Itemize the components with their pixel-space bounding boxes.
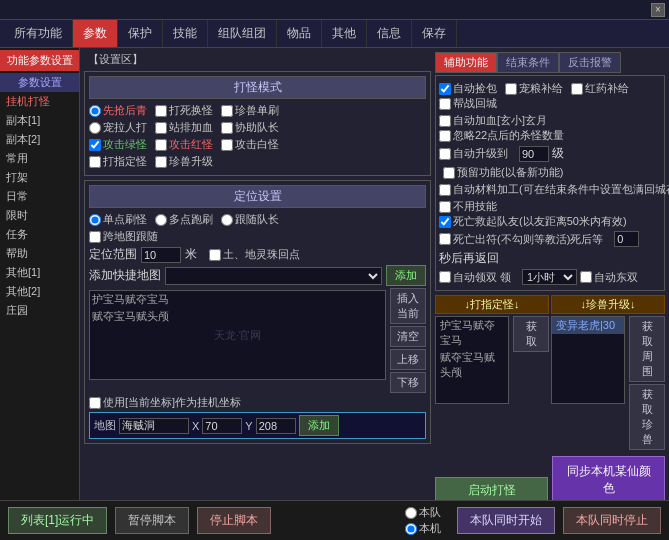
- range-input[interactable]: [141, 247, 181, 263]
- cb-kill-switch[interactable]: 打死换怪: [155, 103, 213, 118]
- fight-target-item-2[interactable]: 赋夺宝马赋头颅: [436, 349, 508, 381]
- team-stop-button[interactable]: 本队同时停止: [563, 507, 661, 534]
- tab-assist[interactable]: 辅助功能: [435, 52, 497, 73]
- cb-auto-double[interactable]: 自动领双 领: [439, 270, 511, 285]
- cb-use-current-coords[interactable]: 使用[当前坐标]作为挂机坐标: [89, 395, 241, 410]
- sync-button[interactable]: 同步本机某仙颜色: [552, 456, 665, 500]
- cb-auto-craft[interactable]: 自动材料加工(可在结束条件中设置包满回城存仓): [439, 182, 669, 197]
- double-time-select[interactable]: 1小时 2小时: [522, 269, 577, 285]
- sidebar-section-params[interactable]: 参数设置: [0, 73, 79, 92]
- sidebar-item-daily[interactable]: 日常: [0, 187, 79, 206]
- death-wait-input[interactable]: [614, 231, 639, 247]
- map-coords-row: 地图 X Y 添加: [89, 412, 426, 439]
- nav-tab-info[interactable]: 信息: [367, 20, 412, 47]
- nav-tab-items[interactable]: 物品: [277, 20, 322, 47]
- right-panel: 辅助功能 结束条件 反击报警 自动捡包 宠粮补给: [435, 52, 665, 496]
- nav-bar: 所有功能 参数 保护 技能 组队组团 物品 其他 信息 保存: [0, 20, 669, 48]
- rare-beast-section: ↓珍兽升级↓ 变异老虎|30 获取周围 获取珍兽: [551, 293, 665, 450]
- sidebar-item-other2[interactable]: 其他[2]: [0, 282, 79, 301]
- radio-own-team[interactable]: 本队: [405, 505, 441, 520]
- nav-tab-skill[interactable]: 技能: [163, 20, 208, 47]
- sidebar-item-fight[interactable]: 挂机打怪: [0, 92, 79, 111]
- x-input[interactable]: [202, 418, 242, 434]
- nav-tab-all[interactable]: 所有功能: [4, 20, 73, 47]
- pause-button[interactable]: 暂停脚本: [115, 507, 189, 534]
- get-target-button[interactable]: 获取: [513, 316, 549, 352]
- coords-add-button[interactable]: 添加: [299, 415, 339, 436]
- positioning-zone: 定位设置 单点刷怪 多点跑刷 跟随队长: [84, 180, 431, 444]
- radio-follow-leader[interactable]: 跟随队长: [221, 212, 279, 227]
- y-input[interactable]: [256, 418, 296, 434]
- cb-auto-levelup[interactable]: 自动升级到: [439, 146, 508, 161]
- fight-target-item-1[interactable]: 护宝马赋夺宝马: [436, 317, 508, 349]
- cb-revive-ally[interactable]: 死亡救起队友(以友距离50米内有效): [439, 214, 627, 229]
- sync-section: 同步本机某仙颜色: [552, 454, 665, 500]
- cb-reserve-func[interactable]: 预留功能(以备新功能): [443, 165, 563, 180]
- get-rare-button[interactable]: 获取珍兽: [629, 384, 665, 450]
- cb-ground-pearl[interactable]: 土、地灵珠回点: [209, 247, 300, 262]
- radio-single-spot[interactable]: 单点刷怪: [89, 212, 147, 227]
- tab-counter[interactable]: 反击报警: [559, 52, 621, 73]
- radio-own-machine[interactable]: 本机: [405, 521, 441, 536]
- cb-target-monster[interactable]: 打指定怪: [89, 154, 147, 169]
- sidebar-item-dungeon1[interactable]: 副本[1]: [0, 111, 79, 130]
- cb-attack-green[interactable]: 攻击绿怪: [89, 137, 147, 152]
- map-list-item-2[interactable]: 赋夺宝马赋头颅: [90, 308, 385, 325]
- nav-tab-save[interactable]: 保存: [412, 20, 457, 47]
- assist-row7: 自动领双 领 1小时 2小时 自动东双: [439, 269, 661, 285]
- sidebar-item-task[interactable]: 任务: [0, 225, 79, 244]
- tab-end-condition[interactable]: 结束条件: [497, 52, 559, 73]
- team-start-button[interactable]: 本队同时开始: [457, 507, 555, 534]
- insert-current-button[interactable]: 插入当前: [390, 288, 426, 324]
- nav-tab-protect[interactable]: 保护: [118, 20, 163, 47]
- cb-red-potion[interactable]: 红药补给: [571, 81, 629, 96]
- radio-pet-attack[interactable]: 宠拉人打: [89, 120, 147, 135]
- sidebar-item-pvp[interactable]: 打架: [0, 168, 79, 187]
- map-name-input[interactable]: [119, 418, 189, 434]
- cb-attack-white[interactable]: 攻击白怪: [221, 137, 279, 152]
- cb-attack-red[interactable]: 攻击红怪: [155, 137, 213, 152]
- cb-auto-east-double[interactable]: 自动东双: [580, 270, 638, 285]
- sidebar-item-help[interactable]: 帮助: [0, 244, 79, 263]
- radio-multi-spot[interactable]: 多点跑刷: [155, 212, 213, 227]
- rare-target-buttons: 获取周围 获取珍兽: [629, 316, 665, 450]
- cb-death-return[interactable]: 死亡出符(不勾则等教活)死后等: [439, 232, 603, 247]
- add-map-button[interactable]: 添加: [386, 265, 426, 286]
- sidebar-item-other1[interactable]: 其他[1]: [0, 263, 79, 282]
- sidebar-item-common[interactable]: 常用: [0, 149, 79, 168]
- sidebar-item-limited[interactable]: 限时: [0, 206, 79, 225]
- nav-tab-other[interactable]: 其他: [322, 20, 367, 47]
- close-button[interactable]: ×: [651, 3, 665, 17]
- content-area: 【设置区】 打怪模式 先抢后青 打死换怪: [80, 48, 669, 500]
- start-fight-button[interactable]: 启动打怪: [435, 477, 548, 500]
- cb-no-skill[interactable]: 不用技能: [439, 199, 497, 214]
- clear-button[interactable]: 清空: [390, 326, 426, 347]
- stop-button[interactable]: 停止脚本: [197, 507, 271, 534]
- map-dropdown[interactable]: [165, 267, 382, 285]
- level-unit: 级: [552, 145, 564, 162]
- cb-stand-heal[interactable]: 站排加血: [155, 120, 213, 135]
- nav-tab-team[interactable]: 组队组团: [208, 20, 277, 47]
- cb-rare-levelup[interactable]: 珍兽升级: [155, 154, 213, 169]
- move-down-button[interactable]: 下移: [390, 372, 426, 393]
- sidebar-item-manor[interactable]: 庄园: [0, 301, 79, 320]
- cb-auto-pickup[interactable]: 自动捡包: [439, 81, 497, 96]
- rare-target-item-1[interactable]: 变异老虎|30: [552, 317, 624, 334]
- cb-auto-heal[interactable]: 自动加血[玄小]玄月: [439, 113, 547, 128]
- map-list-item-1[interactable]: 护宝马赋夺宝马: [90, 291, 385, 308]
- nav-tab-params[interactable]: 参数: [73, 20, 118, 47]
- radio-first-attack[interactable]: 先抢后青: [89, 103, 147, 118]
- cb-guild-return[interactable]: 帮战回城: [439, 96, 497, 111]
- levelup-input[interactable]: [519, 146, 549, 162]
- fight-mode-zone: 打怪模式 先抢后青 打死换怪 珍兽单刷: [84, 71, 431, 176]
- get-around-button[interactable]: 获取周围: [629, 316, 665, 382]
- cb-cross-map[interactable]: 跨地图跟随: [89, 229, 158, 244]
- cb-ignore-kills[interactable]: 忽略22点后的杀怪数量: [439, 128, 564, 143]
- left-panel: 【设置区】 打怪模式 先抢后青 打死换怪: [84, 52, 431, 496]
- cb-assist-leader[interactable]: 协助队长: [221, 120, 279, 135]
- cb-pet-food[interactable]: 宠粮补给: [505, 81, 563, 96]
- move-up-button[interactable]: 上移: [390, 349, 426, 370]
- sidebar-item-dungeon2[interactable]: 副本[2]: [0, 130, 79, 149]
- cb-rare-single[interactable]: 珍兽单刷: [221, 103, 279, 118]
- list-running-button[interactable]: 列表[1]运行中: [8, 507, 107, 534]
